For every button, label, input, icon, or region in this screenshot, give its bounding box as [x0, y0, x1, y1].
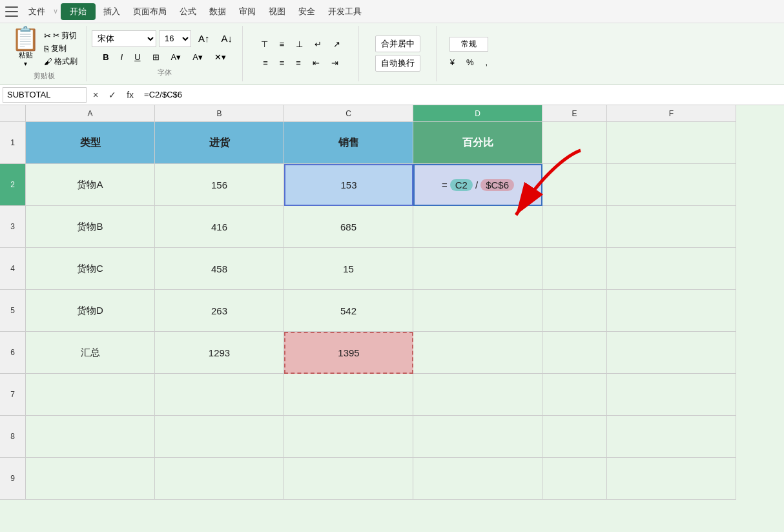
comma-btn[interactable]: , [481, 54, 493, 71]
cell-reference-box[interactable]: SUBTOTAL [3, 87, 87, 103]
paste-button[interactable]: 📋 粘贴 ▾ [11, 27, 40, 67]
cell-A7[interactable] [26, 374, 155, 416]
cell-F3[interactable] [607, 206, 736, 248]
cell-D5[interactable] [413, 290, 542, 332]
menu-file[interactable]: 文件 [23, 3, 50, 20]
col-header-C[interactable]: C [284, 105, 413, 122]
clear-format-button[interactable]: ✕▾ [210, 49, 231, 66]
cell-A2[interactable]: 货物A [26, 164, 155, 206]
cell-A6[interactable]: 汇总 [26, 332, 155, 374]
bold-button[interactable]: B [98, 49, 113, 66]
row-header-6[interactable]: 6 [0, 332, 26, 374]
cell-F7[interactable] [607, 374, 736, 416]
col-header-F[interactable]: F [607, 105, 736, 122]
font-decrease-btn[interactable]: A↓ [217, 30, 238, 47]
cell-A3[interactable]: 货物B [26, 206, 155, 248]
cell-E2[interactable] [542, 164, 607, 206]
cell-E7[interactable] [542, 374, 607, 416]
cell-C9[interactable] [284, 458, 413, 500]
align-top-btn[interactable]: ⊤ [256, 36, 273, 53]
row-header-7[interactable]: 7 [0, 374, 26, 416]
menu-security[interactable]: 安全 [293, 3, 320, 20]
cell-B3[interactable]: 416 [155, 206, 284, 248]
underline-button[interactable]: U [130, 49, 145, 66]
confirm-formula-btn[interactable]: ✓ [105, 88, 120, 101]
row-header-5[interactable]: 5 [0, 290, 26, 332]
align-bottom-btn[interactable]: ⊥ [291, 36, 307, 53]
copy-button[interactable]: ⎘ 复制 [44, 43, 77, 54]
cell-E3[interactable] [542, 206, 607, 248]
cell-D1[interactable]: 百分比 [413, 122, 542, 164]
menu-insert[interactable]: 插入 [98, 3, 125, 20]
cell-C5[interactable]: 542 [284, 290, 413, 332]
cell-F1[interactable] [607, 122, 736, 164]
font-increase-btn[interactable]: A↑ [194, 30, 214, 47]
cell-B2[interactable]: 156 [155, 164, 284, 206]
cell-A4[interactable]: 货物C [26, 248, 155, 290]
cell-E8[interactable] [542, 416, 607, 458]
cell-D3[interactable] [413, 206, 542, 248]
align-middle-btn[interactable]: ≡ [275, 36, 289, 53]
row-header-1[interactable]: 1 [0, 122, 26, 164]
cell-A9[interactable] [26, 458, 155, 500]
col-header-E[interactable]: E [542, 105, 607, 122]
cancel-formula-btn[interactable]: × [89, 88, 102, 101]
menu-view[interactable]: 视图 [263, 3, 291, 20]
row-header-3[interactable]: 3 [0, 206, 26, 248]
currency-btn[interactable]: ¥ [446, 54, 459, 71]
cell-C3[interactable]: 685 [284, 206, 413, 248]
font-name-select[interactable]: 宋体 [92, 30, 156, 47]
cell-E1[interactable] [542, 122, 607, 164]
menu-home[interactable]: 开始 [61, 3, 96, 20]
indent-decrease-btn[interactable]: ⇤ [308, 55, 324, 72]
merge-cells-button[interactable]: 合并居中 [375, 36, 420, 52]
cell-C1[interactable]: 销售 [284, 122, 413, 164]
cell-F4[interactable] [607, 248, 736, 290]
align-right-btn[interactable]: ≡ [291, 55, 305, 72]
cell-B4[interactable]: 458 [155, 248, 284, 290]
italic-button[interactable]: I [116, 49, 128, 66]
cell-C8[interactable] [284, 416, 413, 458]
row-header-2[interactable]: 2 [0, 164, 26, 206]
cell-D2[interactable]: = C2 / $C$6 [413, 164, 542, 206]
row-header-8[interactable]: 8 [0, 416, 26, 458]
wrap-text-btn[interactable]: ↵ [310, 36, 326, 53]
cell-E9[interactable] [542, 458, 607, 500]
cut-button[interactable]: ✂ ✂ 剪切 [44, 30, 77, 41]
font-size-select[interactable]: 16 [159, 30, 191, 47]
auto-wrap-button[interactable]: 自动换行 [375, 55, 420, 72]
cell-B9[interactable] [155, 458, 284, 500]
menu-formula[interactable]: 公式 [174, 3, 201, 20]
formula-input[interactable] [140, 87, 781, 103]
cell-D9[interactable] [413, 458, 542, 500]
cell-C6[interactable]: 1395 [284, 332, 413, 374]
fill-color-button[interactable]: A▾ [167, 49, 186, 66]
font-color-button[interactable]: A▾ [188, 49, 207, 66]
align-left-btn[interactable]: ≡ [258, 55, 273, 72]
cell-D7[interactable] [413, 374, 542, 416]
cell-C7[interactable] [284, 374, 413, 416]
cell-C2[interactable]: 153 [284, 164, 413, 206]
cell-C4[interactable]: 15 [284, 248, 413, 290]
cell-F5[interactable] [607, 290, 736, 332]
col-header-D[interactable]: D [413, 105, 542, 122]
cell-D6[interactable] [413, 332, 542, 374]
menu-data[interactable]: 数据 [204, 3, 231, 20]
percent-btn[interactable]: % [462, 54, 479, 71]
hamburger-menu-icon[interactable] [5, 6, 18, 17]
number-format-badge[interactable]: 常规 [449, 37, 488, 52]
cell-B7[interactable] [155, 374, 284, 416]
col-header-B[interactable]: B [155, 105, 284, 122]
row-header-9[interactable]: 9 [0, 458, 26, 500]
cell-F6[interactable] [607, 332, 736, 374]
cell-E4[interactable] [542, 248, 607, 290]
cell-A1[interactable]: 类型 [26, 122, 155, 164]
cell-A5[interactable]: 货物D [26, 290, 155, 332]
cell-E5[interactable] [542, 290, 607, 332]
cell-B1[interactable]: 进货 [155, 122, 284, 164]
text-rotate-btn[interactable]: ↗ [329, 36, 345, 53]
menu-page-layout[interactable]: 页面布局 [128, 3, 172, 20]
cell-E6[interactable] [542, 332, 607, 374]
col-header-A[interactable]: A [26, 105, 155, 122]
cell-B6[interactable]: 1293 [155, 332, 284, 374]
